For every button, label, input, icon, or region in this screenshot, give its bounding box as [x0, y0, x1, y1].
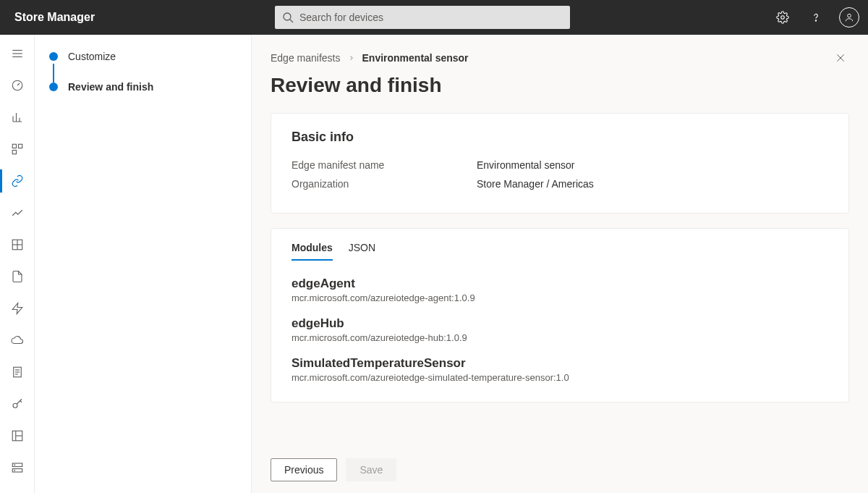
svg-point-3	[815, 20, 816, 21]
nav-energy[interactable]	[0, 292, 35, 324]
file-icon	[11, 270, 24, 283]
save-button: Save	[346, 458, 396, 481]
page-title: Review and finish	[271, 74, 849, 97]
svg-rect-24	[12, 463, 22, 467]
settings-button[interactable]	[773, 7, 793, 28]
wizard-footer: Previous Save	[252, 447, 868, 493]
panel-icon	[11, 429, 24, 442]
module-image: mcr.microsoft.com/azureiotedge-agent:1.0…	[292, 292, 828, 303]
step-dot-icon	[49, 52, 58, 61]
previous-button[interactable]: Previous	[271, 458, 337, 481]
kv-key: Edge manifest name	[292, 159, 477, 171]
module-name: edgeAgent	[292, 277, 828, 291]
help-icon	[809, 11, 822, 24]
nav-analytics[interactable]	[0, 197, 35, 229]
kv-value: Store Manager / Americas	[477, 178, 594, 190]
gauge-icon	[11, 79, 24, 92]
module-item: edgeHub mcr.microsoft.com/azureiotedge-h…	[292, 316, 828, 343]
module-item: SimulatedTemperatureSensor mcr.microsoft…	[292, 356, 828, 383]
tab-modules[interactable]: Modules	[292, 242, 333, 261]
kv-key: Organization	[292, 178, 477, 190]
nav-rules[interactable]	[0, 229, 35, 261]
nav-cloud[interactable]	[0, 324, 35, 356]
kv-value: Environmental sensor	[477, 159, 574, 171]
breadcrumb-parent[interactable]: Edge manifests	[271, 52, 341, 64]
wizard-step-review[interactable]: Review and finish	[46, 81, 239, 93]
close-button[interactable]	[835, 52, 846, 66]
svg-rect-11	[12, 151, 16, 154]
nav-dashboard[interactable]	[0, 69, 35, 101]
module-name: edgeHub	[292, 316, 828, 331]
account-button[interactable]	[839, 7, 859, 28]
svg-point-4	[848, 14, 851, 17]
nav-edge-manifests[interactable]	[0, 165, 35, 197]
grid-icon	[11, 143, 24, 156]
tab-json[interactable]: JSON	[349, 242, 375, 261]
svg-point-26	[14, 465, 14, 465]
module-image: mcr.microsoft.com/azureiotedge-hub:1.0.9	[292, 332, 828, 343]
search-input[interactable]: Search for devices	[275, 6, 570, 29]
basic-info-card: Basic info Edge manifest name Environmen…	[271, 113, 849, 214]
svg-rect-25	[12, 469, 22, 473]
user-icon	[844, 12, 854, 22]
left-nav-rail	[0, 35, 35, 493]
svg-point-0	[284, 13, 291, 20]
breadcrumb: Edge manifests Environmental sensor	[271, 52, 849, 64]
step-dot-icon	[49, 83, 58, 91]
app-title: Store Manager	[14, 11, 275, 24]
svg-point-27	[14, 470, 14, 471]
layout-icon	[11, 238, 24, 251]
modules-card: Modules JSON edgeAgent mcr.microsoft.com…	[271, 228, 849, 403]
doc-lines-icon	[11, 366, 24, 379]
nav-device-groups[interactable]	[0, 133, 35, 165]
search-placeholder: Search for devices	[299, 12, 383, 23]
svg-line-1	[290, 20, 293, 22]
close-icon	[835, 52, 846, 64]
svg-rect-9	[12, 144, 16, 148]
server-icon	[11, 461, 24, 474]
nav-docs[interactable]	[0, 356, 35, 388]
search-icon	[282, 12, 294, 23]
chart-icon	[11, 111, 24, 124]
nav-jobs[interactable]	[0, 261, 35, 292]
gear-icon	[776, 11, 789, 24]
module-name: SimulatedTemperatureSensor	[292, 356, 828, 371]
kv-row: Organization Store Manager / Americas	[292, 178, 828, 190]
breadcrumb-current: Environmental sensor	[362, 52, 469, 64]
top-bar: Store Manager Search for devices	[0, 0, 868, 35]
key-icon	[11, 397, 24, 410]
link-icon	[11, 174, 24, 187]
bolt-icon	[11, 302, 24, 315]
wizard-steps-panel: Customize Review and finish	[35, 35, 252, 493]
nav-devices[interactable]	[0, 101, 35, 133]
nav-templates[interactable]	[0, 420, 35, 452]
svg-marker-15	[12, 303, 22, 314]
cloud-icon	[10, 334, 25, 347]
svg-point-20	[13, 403, 17, 408]
wizard-step-customize[interactable]: Customize	[46, 51, 239, 62]
help-button[interactable]	[806, 7, 826, 28]
svg-point-2	[781, 16, 785, 20]
analytics-icon	[11, 206, 24, 219]
nav-admin[interactable]	[0, 452, 35, 484]
svg-rect-10	[18, 144, 22, 148]
chevron-right-icon	[348, 54, 355, 62]
nav-hamburger[interactable]	[0, 38, 35, 69]
main-content: Edge manifests Environmental sensor Revi…	[252, 35, 868, 493]
module-image: mcr.microsoft.com/azureiotedge-simulated…	[292, 372, 828, 383]
menu-icon	[11, 47, 24, 60]
module-item: edgeAgent mcr.microsoft.com/azureiotedge…	[292, 277, 828, 303]
kv-row: Edge manifest name Environmental sensor	[292, 159, 828, 171]
modules-tabs: Modules JSON	[292, 242, 828, 261]
nav-keys[interactable]	[0, 388, 35, 420]
basic-info-heading: Basic info	[292, 130, 828, 145]
